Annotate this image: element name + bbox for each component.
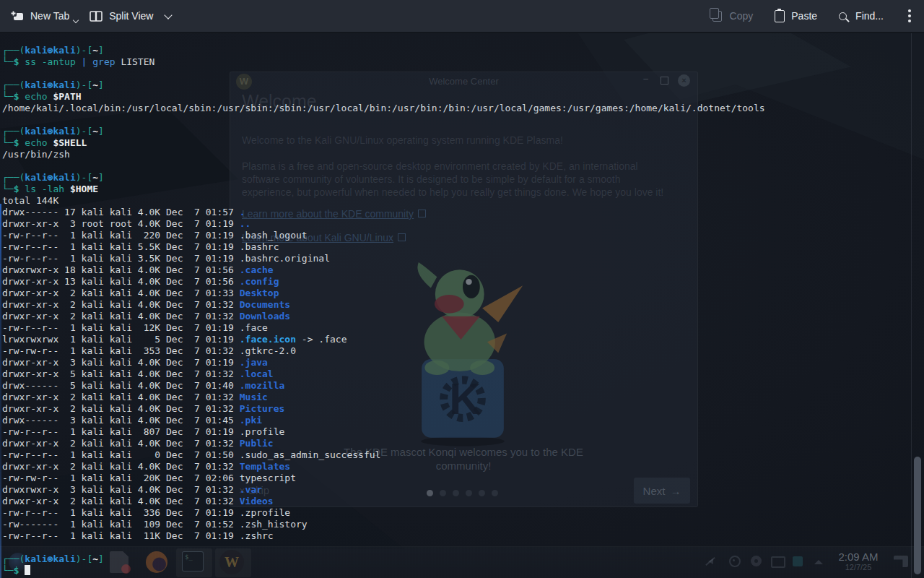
terminal-line: -rw-r--r-- 1 kali kali 11K Dec 7 01:19 .… bbox=[2, 530, 765, 542]
terminal-line: /usr/bin/zsh bbox=[2, 149, 765, 160]
terminal-cursor[interactable] bbox=[25, 565, 30, 575]
terminal-line: drwxrwxr-x 3 kali kali 4.0K Dec 7 01:32 … bbox=[2, 484, 765, 496]
terminal-line: -rw-r--r-- 1 kali kali 807 Dec 7 01:19 .… bbox=[2, 426, 765, 438]
terminal-screen[interactable]: ┌──(kali⊛kali)-[~]└─$ ss -antup | grep L… bbox=[0, 33, 924, 578]
terminal-line: /home/kali/.local/bin:/usr/local/sbin:/u… bbox=[2, 103, 765, 114]
new-tab-button[interactable]: New Tab bbox=[10, 10, 69, 22]
terminal-line: ┌──(kali⊛kali)-[~] bbox=[2, 45, 765, 56]
split-panes-icon bbox=[90, 10, 103, 22]
terminal-line: drwx------ 5 kali kali 4.0K Dec 7 01:40 … bbox=[2, 380, 765, 392]
copy-label: Copy bbox=[730, 10, 754, 22]
terminal-line: -rw------- 1 kali kali 109 Dec 7 01:52 .… bbox=[2, 519, 765, 530]
terminal-line: -rw-r--r-- 1 kali kali 0 Dec 7 01:50 .su… bbox=[2, 449, 765, 461]
terminal-line: total 144K bbox=[2, 195, 765, 207]
find-label: Find... bbox=[855, 10, 884, 22]
terminal-line: └─$ ls -lah $HOME bbox=[2, 184, 765, 195]
terminal-line: └─$ echo $PATH bbox=[2, 91, 765, 103]
terminal-line: drwxr-xr-x 2 kali kali 4.0K Dec 7 01:32 … bbox=[2, 403, 765, 415]
terminal-line: lrwxrwxrwx 1 kali kali 5 Dec 7 01:19 .fa… bbox=[2, 334, 765, 345]
terminal-line bbox=[2, 160, 765, 172]
terminal-toolbar: New Tab Split View Copy Paste Find... bbox=[0, 0, 924, 33]
terminal-line: -rw-rw-r-- 1 kali kali 353 Dec 7 01:32 .… bbox=[2, 345, 765, 357]
terminal-line: drwxr-xr-x 2 kali kali 4.0K Dec 7 01:32 … bbox=[2, 299, 765, 311]
terminal-line: ┌──(kali⊛kali)-[~] bbox=[2, 553, 765, 565]
copy-button[interactable]: Copy bbox=[712, 10, 754, 22]
terminal-line bbox=[2, 114, 765, 126]
terminal-line: -rw-r--r-- 1 kali kali 12K Dec 7 01:19 .… bbox=[2, 322, 765, 334]
terminal-line: drwxr-xr-x 2 kali kali 4.0K Dec 7 01:32 … bbox=[2, 311, 765, 322]
terminal-line: -rw-rw-r-- 1 kali kali 20K Dec 7 02:06 t… bbox=[2, 473, 765, 484]
terminal-line: ┌──(kali⊛kali)-[~] bbox=[2, 79, 765, 91]
terminal-line: drwxr-xr-x 2 kali kali 4.0K Dec 7 01:33 … bbox=[2, 288, 765, 299]
split-view-label: Split View bbox=[109, 10, 153, 22]
terminal-line: ┌──(kali⊛kali)-[~] bbox=[2, 172, 765, 184]
clipboard-icon bbox=[775, 10, 785, 22]
new-tab-label: New Tab bbox=[30, 10, 69, 22]
terminal-output: ┌──(kali⊛kali)-[~]└─$ ss -antup | grep L… bbox=[2, 45, 765, 577]
scrollbar-thumb[interactable] bbox=[914, 457, 921, 574]
terminal-line: drwxrwxr-x 18 kali kali 4.0K Dec 7 01:56… bbox=[2, 264, 765, 276]
split-view-button[interactable]: Split View bbox=[90, 10, 171, 22]
terminal-line: drwx------ 17 kali kali 4.0K Dec 7 01:57… bbox=[2, 207, 765, 218]
terminal-line: └─$ echo $SHELL bbox=[2, 137, 765, 149]
terminal-line: drwxr-xr-x 13 kali kali 4.0K Dec 7 01:56… bbox=[2, 276, 765, 288]
paste-label: Paste bbox=[791, 10, 817, 22]
scrollbar[interactable] bbox=[911, 33, 924, 578]
find-button[interactable]: Find... bbox=[839, 10, 884, 22]
copy-pages-icon bbox=[712, 11, 722, 22]
terminal-line: -rw-r--r-- 1 kali kali 5.5K Dec 7 01:19 … bbox=[2, 241, 765, 253]
terminal-line: -rw-r--r-- 1 kali kali 336 Dec 7 01:19 .… bbox=[2, 507, 765, 519]
terminal-line: drwxr-xr-x 2 kali kali 4.0K Dec 7 01:32 … bbox=[2, 461, 765, 473]
terminal-line: drwxr-xr-x 2 kali kali 4.0K Dec 7 01:32 … bbox=[2, 496, 765, 507]
terminal-line: └─$ ss -antup | grep LISTEN bbox=[2, 56, 765, 68]
chevron-down-icon[interactable] bbox=[165, 11, 173, 19]
terminal-line: drwxr-xr-x 3 root root 4.0K Dec 7 01:19 … bbox=[2, 218, 765, 230]
terminal-line: drwxr-xr-x 2 kali kali 4.0K Dec 7 01:32 … bbox=[2, 438, 765, 449]
magnifier-icon bbox=[839, 12, 847, 20]
terminal-line bbox=[2, 68, 765, 79]
chevron-down-icon[interactable] bbox=[73, 17, 79, 22]
tab-plus-icon bbox=[10, 10, 24, 22]
terminal-line: -rw-r--r-- 1 kali kali 220 Dec 7 01:19 .… bbox=[2, 230, 765, 241]
terminal-line: -rw-r--r-- 1 kali kali 3.5K Dec 7 01:19 … bbox=[2, 253, 765, 264]
kebab-menu-icon[interactable] bbox=[905, 8, 914, 24]
terminal-line: ┌──(kali⊛kali)-[~] bbox=[2, 126, 765, 137]
paste-button[interactable]: Paste bbox=[775, 10, 817, 22]
terminal-line bbox=[2, 542, 765, 553]
terminal-line: drwx------ 3 kali kali 4.0K Dec 7 01:45 … bbox=[2, 415, 765, 426]
terminal-line: drwxr-xr-x 2 kali kali 4.0K Dec 7 01:32 … bbox=[2, 392, 765, 403]
terminal-line: └─$ bbox=[2, 565, 765, 577]
terminal-line: drwxr-xr-x 5 kali kali 4.0K Dec 7 01:32 … bbox=[2, 368, 765, 380]
terminal-line: drwxr-xr-x 3 kali kali 4.0K Dec 7 01:19 … bbox=[2, 357, 765, 368]
